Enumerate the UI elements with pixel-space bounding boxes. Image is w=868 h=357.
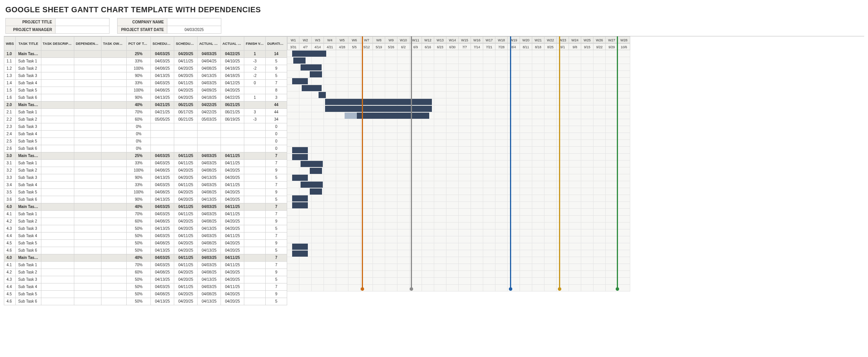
- cell[interactable]: 7: [266, 254, 287, 262]
- cell[interactable]: [101, 94, 127, 102]
- gantt-row[interactable]: [287, 119, 864, 126]
- cell[interactable]: [221, 138, 244, 145]
- cell[interactable]: 04/11/25: [174, 152, 198, 160]
- gantt-row[interactable]: [287, 223, 864, 229]
- cell[interactable]: [41, 87, 74, 94]
- cell[interactable]: [101, 276, 127, 283]
- gantt-row[interactable]: [287, 160, 864, 167]
- cell[interactable]: 7: [266, 262, 287, 269]
- cell[interactable]: 44: [266, 109, 287, 116]
- gantt-bar[interactable]: [292, 244, 308, 250]
- gantt-row[interactable]: [287, 195, 864, 202]
- cell[interactable]: 5: [266, 58, 287, 65]
- cell[interactable]: 60%: [127, 116, 151, 123]
- cell[interactable]: Sub Task 6: [16, 196, 41, 203]
- meta-value[interactable]: [56, 26, 109, 33]
- cell[interactable]: 2.2: [4, 116, 16, 123]
- cell[interactable]: [41, 145, 74, 152]
- cell[interactable]: 50%: [127, 276, 151, 283]
- cell[interactable]: 5: [266, 196, 287, 203]
- cell[interactable]: Sub Task 6: [16, 94, 41, 102]
- cell[interactable]: 0: [266, 131, 287, 138]
- cell[interactable]: 50%: [127, 298, 151, 305]
- gantt-bar[interactable]: [319, 92, 326, 98]
- cell[interactable]: [244, 131, 266, 138]
- cell[interactable]: [74, 167, 101, 174]
- cell[interactable]: 04/11/25: [221, 182, 244, 189]
- cell[interactable]: [198, 138, 221, 145]
- cell[interactable]: [221, 145, 244, 152]
- task-row[interactable]: 2.2Sub Task 260%05/05/2506/21/2505/03/25…: [4, 116, 287, 123]
- gantt-bar[interactable]: [357, 113, 429, 119]
- cell[interactable]: 04/08/25: [151, 269, 174, 276]
- cell[interactable]: 4.4: [4, 233, 16, 240]
- cell[interactable]: 7: [266, 211, 287, 218]
- gantt-row[interactable]: [287, 112, 864, 119]
- cell[interactable]: [41, 240, 74, 247]
- cell[interactable]: 04/03/25: [151, 254, 174, 262]
- cell[interactable]: 04/11/25: [174, 262, 198, 269]
- cell[interactable]: 3.1: [4, 160, 16, 167]
- task-row[interactable]: 3.6Sub Task 690%04/13/2504/20/2504/13/25…: [4, 196, 287, 203]
- cell[interactable]: 04/08/25: [151, 291, 174, 298]
- cell[interactable]: 25%: [127, 51, 151, 58]
- cell[interactable]: [74, 87, 101, 94]
- cell[interactable]: [244, 203, 266, 211]
- cell[interactable]: 04/08/25: [198, 269, 221, 276]
- cell[interactable]: [174, 138, 198, 145]
- cell[interactable]: 04/20/25: [174, 276, 198, 283]
- cell[interactable]: [101, 131, 127, 138]
- cell[interactable]: Sub Task 3: [16, 174, 41, 182]
- cell[interactable]: 04/03/25: [198, 254, 221, 262]
- cell[interactable]: 04/18/25: [221, 72, 244, 80]
- cell[interactable]: Sub Task 5: [16, 240, 41, 247]
- cell[interactable]: 04/11/25: [174, 182, 198, 189]
- cell[interactable]: 04/03/25: [151, 80, 174, 87]
- cell[interactable]: 1.4: [4, 80, 16, 87]
- meta-value[interactable]: [56, 18, 109, 26]
- cell[interactable]: 9: [266, 65, 287, 72]
- cell[interactable]: [74, 94, 101, 102]
- cell[interactable]: 70%: [127, 262, 151, 269]
- cell[interactable]: [74, 262, 101, 269]
- cell[interactable]: 5: [266, 298, 287, 305]
- gantt-row[interactable]: [287, 50, 864, 57]
- gantt-row[interactable]: [287, 71, 864, 78]
- cell[interactable]: [101, 138, 127, 145]
- cell[interactable]: [244, 262, 266, 269]
- cell[interactable]: 04/20/25: [174, 291, 198, 298]
- cell[interactable]: 04/13/25: [198, 72, 221, 80]
- cell[interactable]: [244, 196, 266, 203]
- cell[interactable]: Sub Task 3: [16, 225, 41, 233]
- cell[interactable]: Sub Task 1: [16, 262, 41, 269]
- cell[interactable]: Sub Task 2: [16, 167, 41, 174]
- cell[interactable]: [41, 291, 74, 298]
- task-row[interactable]: 3.4Sub Task 433%04/03/2504/11/2504/03/25…: [4, 182, 287, 189]
- cell[interactable]: [41, 211, 74, 218]
- cell[interactable]: [244, 283, 266, 291]
- cell[interactable]: [101, 123, 127, 131]
- cell[interactable]: 7: [266, 152, 287, 160]
- cell[interactable]: [244, 291, 266, 298]
- cell[interactable]: 04/20/25: [174, 218, 198, 225]
- task-row[interactable]: 2.1Sub Task 170%04/21/2506/17/2504/22/25…: [4, 109, 287, 116]
- cell[interactable]: 04/11/25: [174, 203, 198, 211]
- cell[interactable]: 04/11/25: [221, 262, 244, 269]
- cell[interactable]: 50%: [127, 283, 151, 291]
- cell[interactable]: [41, 72, 74, 80]
- cell[interactable]: [41, 116, 74, 123]
- cell[interactable]: 04/18/25: [198, 94, 221, 102]
- cell[interactable]: 04/08/25: [198, 291, 221, 298]
- cell[interactable]: 04/13/25: [198, 196, 221, 203]
- cell[interactable]: 04/20/25: [221, 225, 244, 233]
- task-row[interactable]: 4.6Sub Task 650%04/13/2504/20/2504/13/25…: [4, 247, 287, 254]
- cell[interactable]: [74, 109, 101, 116]
- cell[interactable]: 04/21/25: [151, 109, 174, 116]
- cell[interactable]: 06/17/25: [174, 109, 198, 116]
- cell[interactable]: [74, 203, 101, 211]
- cell[interactable]: 04/03/25: [151, 58, 174, 65]
- cell[interactable]: [244, 138, 266, 145]
- cell[interactable]: [244, 211, 266, 218]
- cell[interactable]: 4.5: [4, 291, 16, 298]
- cell[interactable]: Sub Task 2: [16, 65, 41, 72]
